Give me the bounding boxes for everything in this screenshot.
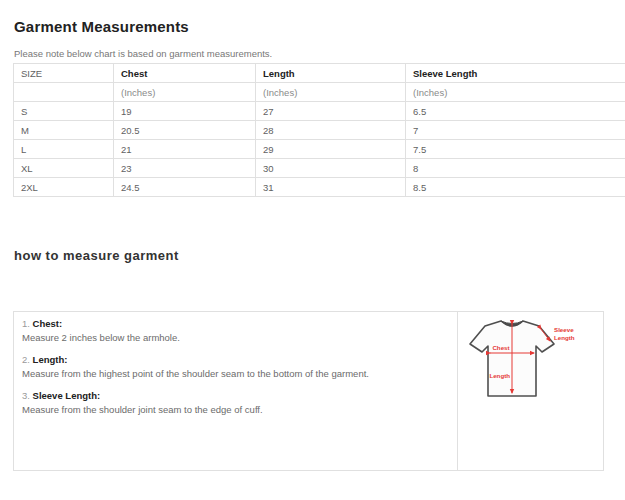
garment-measurements-page: { "page": { "title": "Garment Measuremen… bbox=[0, 0, 625, 500]
instruction-label: Sleeve Length: bbox=[33, 390, 101, 401]
diagram-label-length: Length bbox=[489, 372, 510, 379]
diagram-label-sleeve-2: Length bbox=[554, 334, 575, 341]
table-row-2xl: 2XL 24.5 31 8.5 bbox=[14, 178, 625, 197]
instruction-label-line: 3. Sleeve Length: bbox=[22, 389, 449, 403]
instruction-number: 1. bbox=[22, 318, 30, 329]
value-cell: 31 bbox=[256, 178, 406, 197]
value-cell: 28 bbox=[256, 121, 406, 140]
instruction-number: 3. bbox=[22, 390, 30, 401]
measurement-diagram-panel: Chest Length Sleeve Length bbox=[457, 312, 603, 470]
how-to-measure-heading: how to measure garment bbox=[14, 249, 605, 263]
instruction-description: Measure from the shoulder joint seam to … bbox=[22, 403, 449, 417]
column-header-length: Length bbox=[256, 64, 406, 83]
table-header-row: SIZE Chest Length Sleeve Length bbox=[14, 64, 625, 83]
value-cell: 8.5 bbox=[406, 178, 625, 197]
value-cell: 24.5 bbox=[114, 178, 256, 197]
instruction-description: Measure 2 inches below the armhole. bbox=[22, 331, 449, 345]
size-cell: M bbox=[14, 121, 114, 140]
instruction-label: Length: bbox=[33, 354, 68, 365]
instruction-length: 2. Length: Measure from the highest poin… bbox=[22, 353, 449, 380]
measure-instructions: 1. Chest: Measure 2 inches below the arm… bbox=[14, 312, 457, 470]
column-header-size: SIZE bbox=[14, 64, 114, 83]
value-cell: 19 bbox=[114, 102, 256, 121]
table-row-l: L 21 29 7.5 bbox=[14, 140, 625, 159]
table-row-xl: XL 23 30 8 bbox=[14, 159, 625, 178]
value-cell: 8 bbox=[406, 159, 625, 178]
instruction-description: Measure from the highest point of the sh… bbox=[22, 367, 449, 381]
how-to-measure-box: 1. Chest: Measure 2 inches below the arm… bbox=[13, 311, 604, 471]
instruction-number: 2. bbox=[22, 354, 30, 365]
value-cell: 30 bbox=[256, 159, 406, 178]
instruction-label-line: 1. Chest: bbox=[22, 317, 449, 331]
diagram-label-chest: Chest bbox=[492, 344, 509, 351]
size-cell: XL bbox=[14, 159, 114, 178]
table-row-s: S 19 27 6.5 bbox=[14, 102, 625, 121]
column-header-sleeve-length: Sleeve Length bbox=[406, 64, 625, 83]
column-header-chest: Chest bbox=[114, 64, 256, 83]
table-row-m: M 20.5 28 7 bbox=[14, 121, 625, 140]
size-cell: 2XL bbox=[14, 178, 114, 197]
instruction-label-line: 2. Length: bbox=[22, 353, 449, 367]
tshirt-measurement-diagram-icon: Chest Length Sleeve Length bbox=[461, 315, 599, 407]
value-cell: 7.5 bbox=[406, 140, 625, 159]
table-units-row: (Inches) (Inches) (Inches) bbox=[14, 83, 625, 102]
size-chart-table: SIZE Chest Length Sleeve Length (Inches)… bbox=[13, 63, 625, 197]
units-cell bbox=[14, 83, 114, 102]
units-cell: (Inches) bbox=[256, 83, 406, 102]
chart-note: Please note below chart is based on garm… bbox=[14, 48, 605, 59]
value-cell: 20.5 bbox=[114, 121, 256, 140]
value-cell: 6.5 bbox=[406, 102, 625, 121]
page-title: Garment Measurements bbox=[14, 18, 605, 35]
instruction-label: Chest: bbox=[33, 318, 63, 329]
page-content: Garment Measurements Please note below c… bbox=[13, 0, 605, 471]
instruction-chest: 1. Chest: Measure 2 inches below the arm… bbox=[22, 317, 449, 344]
instruction-sleeve-length: 3. Sleeve Length: Measure from the shoul… bbox=[22, 389, 449, 416]
units-cell: (Inches) bbox=[114, 83, 256, 102]
units-cell: (Inches) bbox=[406, 83, 625, 102]
size-cell: S bbox=[14, 102, 114, 121]
size-cell: L bbox=[14, 140, 114, 159]
value-cell: 23 bbox=[114, 159, 256, 178]
diagram-label-sleeve-1: Sleeve bbox=[554, 326, 574, 333]
value-cell: 21 bbox=[114, 140, 256, 159]
value-cell: 27 bbox=[256, 102, 406, 121]
value-cell: 29 bbox=[256, 140, 406, 159]
value-cell: 7 bbox=[406, 121, 625, 140]
